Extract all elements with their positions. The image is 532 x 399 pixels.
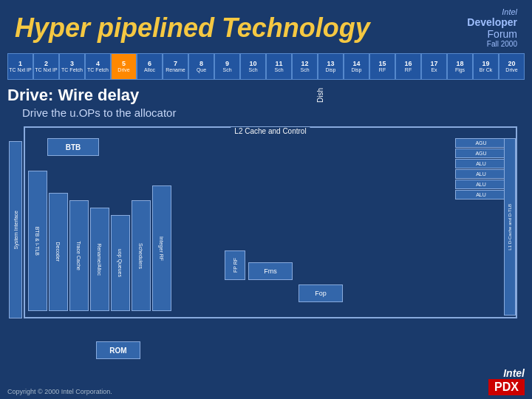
stage-cell-18: 18Flgs xyxy=(447,53,473,80)
pipe-trace-cache: Trace Cache xyxy=(69,200,89,311)
logo-developer: Developer xyxy=(467,16,517,28)
drive-title: Drive: Wire delay xyxy=(7,86,525,105)
stage-bar: 1TC Nxt IP2TC Nxt IP3TC Fetch4TC Fetch5D… xyxy=(7,53,525,80)
stage-cell-16: 16RF xyxy=(395,53,421,80)
stage-cell-19: 19Br Ck xyxy=(473,53,499,80)
intel-pdx-logo: Intel PDX xyxy=(488,367,525,395)
l1-dcache-block: L1 D-Cache and D-TLB xyxy=(504,138,516,316)
stage-cell-11: 11Sch xyxy=(266,53,292,80)
l2-cache-box: L2 Cache and Control BTB BTB & I-TLB Dec… xyxy=(24,126,517,318)
stage-cell-3: 3TC Fetch xyxy=(59,53,85,80)
drive-subtitle: Drive the u.OPs to the allocator xyxy=(22,106,525,119)
stage-cell-15: 15RF xyxy=(369,53,395,80)
exec-alu1: ALU xyxy=(455,159,507,168)
intel-label: Intel xyxy=(503,367,525,379)
exec-agu2: AGU xyxy=(455,149,507,158)
stage-cell-17: 17Ex xyxy=(421,53,447,80)
exec-alu2: ALU xyxy=(455,169,507,179)
pipe-btb-itlb: BTB & I-TLB xyxy=(28,171,47,311)
stage-cell-2: 2TC Nxt IP xyxy=(33,53,59,80)
l1-dcache-label: L1 D-Cache and D-TLB xyxy=(508,204,512,250)
pdx-badge: PDX xyxy=(488,379,525,395)
pipeline-blocks: BTB & I-TLB Decoder Trace Cache Rename/A… xyxy=(28,163,464,311)
stage-cell-8: 8Que xyxy=(188,53,214,80)
system-interface-block: System Interface xyxy=(9,141,22,318)
exec-alu4: ALU xyxy=(455,190,507,200)
logo-date: Fall 2000 xyxy=(487,40,517,48)
copyright: Copyright © 2000 Intel Corporation. xyxy=(7,388,112,395)
stage-cell-9: 9Sch xyxy=(214,53,240,80)
system-interface-label: System Interface xyxy=(13,211,18,250)
l2-cache-label: L2 Cache and Control xyxy=(231,127,310,135)
rom-box: ROM xyxy=(96,341,140,359)
logo-intel: Intel xyxy=(502,7,517,16)
logo-forum: Forum xyxy=(488,28,517,40)
stage-cell-4: 4TC Fetch xyxy=(85,53,111,80)
stage-cell-5: 5Drive xyxy=(111,53,137,80)
logo-area: Intel Developer Forum Fall 2000 xyxy=(467,7,517,48)
stage-cell-20: 20Drive xyxy=(499,53,525,80)
pipe-rename-alloc: Rename/Alloc xyxy=(90,208,109,311)
exec-agu1: AGU xyxy=(455,138,507,148)
diagram-area: System Interface L2 Cache and Control BT… xyxy=(7,126,525,363)
fp-rf-label: FP RF xyxy=(233,258,238,273)
stage-cell-7: 7Rename xyxy=(163,53,188,80)
stage-cell-12: 12Sch xyxy=(292,53,318,80)
pipe-uop-queues: uop Queues xyxy=(111,215,130,311)
header: Hyper pipelined Technology Intel Develop… xyxy=(0,0,532,55)
btb-box: BTB xyxy=(47,138,99,156)
fms-box: Fms xyxy=(248,262,293,280)
exec-alu3: ALU xyxy=(455,180,507,189)
exec-units: AGU AGU ALU ALU ALU ALU xyxy=(455,138,507,200)
pipe-integer-rf: Integer RF xyxy=(152,185,171,311)
pipe-decoder: Decoder xyxy=(49,193,68,311)
pipe-schedulers: Schedulers xyxy=(132,200,151,311)
stage-cell-1: 1TC Nxt IP xyxy=(7,53,33,80)
fop-box: Fop xyxy=(299,284,343,302)
main-content: Drive: Wire delay Drive the u.OPs to the… xyxy=(7,86,525,377)
fp-rf-block: FP RF xyxy=(225,250,245,280)
dish-label: Dish xyxy=(316,88,324,103)
page-title: Hyper pipelined Technology xyxy=(15,13,467,44)
stage-cell-13: 13Disp xyxy=(318,53,344,80)
stage-cell-10: 10Sch xyxy=(240,53,266,80)
stage-cell-14: 14Disp xyxy=(344,53,369,80)
stage-cell-6: 6Alloc xyxy=(137,53,163,80)
